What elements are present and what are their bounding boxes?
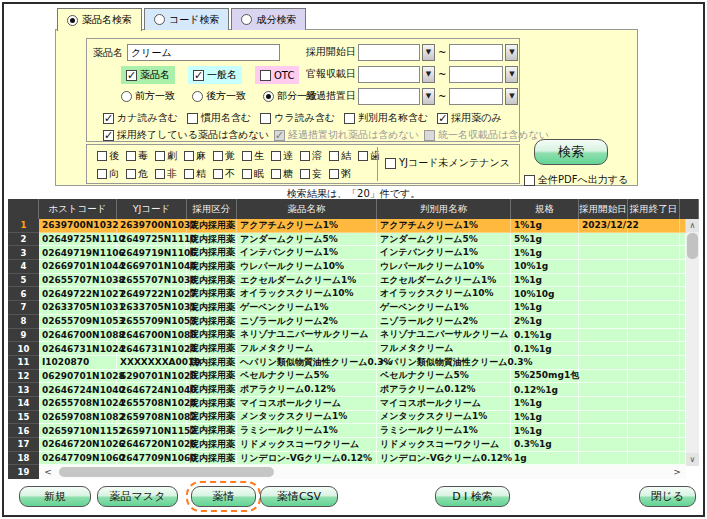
table-row[interactable]: 602649722N10272649722N1027院内採用薬オイラックスクリー…: [8, 287, 686, 301]
checkbox-採用終了している薬品は含めない[interactable]: ✓採用終了している薬品は含めない: [103, 128, 269, 142]
checkbox-劇[interactable]: 劇: [155, 149, 177, 163]
row-number: 3: [8, 246, 39, 260]
checkbox-溶[interactable]: 溶: [300, 149, 322, 163]
chip-OTC[interactable]: OTC: [255, 66, 299, 84]
table-row[interactable]: 1002646731N10242646731N1024院内採用薬フルメタクリーム…: [8, 342, 686, 356]
checkbox-生[interactable]: 生: [242, 149, 264, 163]
table-row[interactable]: 802655709N10532655709N1053院内採用薬ニゾラールクリーム…: [8, 315, 686, 329]
table-row[interactable]: 702633705N10312633705N1031院内採用薬ゲーベンクリーム1…: [8, 301, 686, 315]
checkbox-box: ✓: [193, 70, 204, 81]
pdf-output-checkbox[interactable]: 全件PDFへ出力する: [524, 173, 628, 187]
date-to-input[interactable]: [449, 66, 503, 83]
checkbox-後[interactable]: 後: [97, 149, 119, 163]
cell: 院内採用薬: [187, 370, 237, 384]
calendar-dropdown-icon[interactable]: ▼: [505, 44, 518, 61]
date-from-input[interactable]: [358, 66, 420, 83]
date-from-input[interactable]: [358, 88, 420, 105]
cell: [579, 329, 628, 343]
checkbox-妄[interactable]: 妄: [300, 167, 322, 181]
tab-コード検索[interactable]: コード検索: [144, 8, 229, 30]
cell: 2%1g: [511, 315, 579, 329]
vertical-scrollbar[interactable]: ∧ ∨: [686, 219, 699, 466]
cell: 02649722N1027: [39, 287, 117, 301]
table-row[interactable]: 1402655708N10242655708N1024院内採用薬マイコスポールク…: [8, 397, 686, 411]
table-row[interactable]: 1802647709N10602647709N1060院内採用薬リンデロン-VG…: [8, 452, 686, 466]
table-row[interactable]: 202649725N11102649725N1110院内採用薬アンダームクリーム…: [8, 233, 686, 247]
calendar-dropdown-icon[interactable]: ▼: [422, 44, 435, 61]
yj-maintenance-checkbox[interactable]: YJコード未メンテナンス: [385, 156, 510, 170]
di-search-button[interactable]: D I 検索: [435, 486, 510, 507]
horizontal-scrollbar[interactable]: <>: [39, 465, 686, 479]
search-button[interactable]: 検索: [534, 139, 608, 165]
cell: 10%1g: [511, 260, 579, 274]
checkbox-覚[interactable]: 覚: [213, 149, 235, 163]
calendar-dropdown-icon[interactable]: ▼: [505, 88, 518, 105]
date-to-input[interactable]: [449, 44, 503, 61]
scroll-left-icon[interactable]: <: [41, 465, 55, 479]
checkbox-label: 不: [225, 167, 235, 181]
column-header-blank: [680, 199, 699, 219]
checkbox-麻[interactable]: 麻: [184, 149, 206, 163]
calendar-dropdown-icon[interactable]: ▼: [505, 66, 518, 83]
date-from-input[interactable]: [358, 44, 420, 61]
vertical-scroll-thumb[interactable]: [687, 233, 698, 259]
table-row[interactable]: 402669701N10442669701N1044院内採用薬ウレパールクリーム…: [8, 260, 686, 274]
new-button[interactable]: 新規: [19, 486, 91, 507]
checkbox-ウラ読み含む[interactable]: ウラ読み含む: [260, 111, 335, 125]
date-to-input[interactable]: [449, 88, 503, 105]
checkbox-眠[interactable]: 眠: [242, 167, 264, 181]
tab-薬品名検索[interactable]: 薬品名検索: [57, 8, 142, 31]
checkbox-達[interactable]: 達: [271, 149, 293, 163]
cell: 院内採用薬: [187, 246, 237, 260]
checkbox-危[interactable]: 危: [126, 167, 148, 181]
checkbox-label: 覚: [225, 149, 235, 163]
scroll-right-icon[interactable]: >: [670, 465, 684, 479]
search-criteria-group: 薬品名 ✓薬品名✓一般名OTC 前方一致後方一致部分一致 採用開始日▼~▼官報収…: [86, 38, 520, 142]
drug-name-input[interactable]: [127, 44, 280, 61]
cell: 0.1%1g: [511, 329, 579, 343]
cell: エクセルダームクリーム1%: [377, 274, 511, 288]
drug-info-csv-button[interactable]: 薬情CSV: [260, 486, 338, 507]
checkbox-糖[interactable]: 糖: [271, 167, 293, 181]
calendar-dropdown-icon[interactable]: ▼: [422, 66, 435, 83]
checkbox-採用薬のみ[interactable]: ✓採用薬のみ: [437, 111, 501, 125]
row-number: 12: [8, 370, 39, 384]
checkbox-向[interactable]: 向: [97, 167, 119, 181]
scroll-down-icon[interactable]: ∨: [686, 453, 699, 466]
cell: アクアチムクリーム1%: [377, 219, 511, 233]
close-button[interactable]: 閉じる: [639, 486, 696, 507]
table-row[interactable]: 902646700N10882646700N1088院内採用薬ネリゾナユニバーサ…: [8, 329, 686, 343]
table-row[interactable]: 302649719N11062649719N1106院内採用薬インテバンクリーム…: [8, 246, 686, 260]
drug-info-button[interactable]: 薬情: [191, 486, 256, 507]
cell: [628, 274, 680, 288]
cell: ネリゾナユニバーサルクリーム: [237, 329, 377, 343]
horizontal-scroll-thumb[interactable]: [59, 467, 274, 477]
chip-一般名[interactable]: ✓一般名: [188, 66, 242, 84]
chip-薬品名[interactable]: ✓薬品名: [121, 66, 175, 84]
table-row[interactable]: 1602659710N11522659710N1152院内採用薬ラミシールクリー…: [8, 424, 686, 438]
checkbox-box: [184, 151, 194, 161]
radio-後方一致[interactable]: 後方一致: [192, 89, 246, 103]
tab-成分検索[interactable]: 成分検索: [231, 8, 306, 30]
table-row[interactable]: 12639700N10322639700N1032院内採用薬アクアチムクリーム1…: [8, 219, 686, 233]
cell: 院内採用薬: [187, 342, 237, 356]
checkbox-毒[interactable]: 毒: [126, 149, 148, 163]
drug-master-button[interactable]: 薬品マスタ: [97, 486, 178, 507]
table-row[interactable]: 1302646724N10402646724N1040院内採用薬ポアラクリーム0…: [8, 383, 686, 397]
checkbox-精[interactable]: 精: [184, 167, 206, 181]
checkbox-カナ読み含む[interactable]: ✓カナ読み含む: [103, 111, 178, 125]
checkbox-粥[interactable]: 粥: [329, 167, 351, 181]
checkbox-不[interactable]: 不: [213, 167, 235, 181]
radio-前方一致[interactable]: 前方一致: [121, 89, 175, 103]
checkbox-非[interactable]: 非: [155, 167, 177, 181]
table-row[interactable]: 502655707N10382655707N1038院内採用薬エクセルダームクリ…: [8, 274, 686, 288]
table-row[interactable]: 1502659708N10822659708N1082院内採用薬メンタックスクリ…: [8, 411, 686, 425]
checkbox-判別用名称含む[interactable]: 判別用名称含む: [344, 111, 428, 125]
table-row[interactable]: 1206290701N10286290701N1028院内採用薬ベセルナクリーム…: [8, 370, 686, 384]
checkbox-結[interactable]: 結: [329, 149, 351, 163]
table-row[interactable]: 1702646720N10262646720N1026院内採用薬リドメックスコー…: [8, 438, 686, 452]
calendar-dropdown-icon[interactable]: ▼: [422, 88, 435, 105]
table-row[interactable]: 11I1020870XXXXXXXA0019院内採用薬ヘパリン類似物質油性クリー…: [8, 356, 686, 370]
scroll-up-icon[interactable]: ∧: [686, 219, 699, 232]
checkbox-慣用名含む[interactable]: 慣用名含む: [187, 111, 251, 125]
